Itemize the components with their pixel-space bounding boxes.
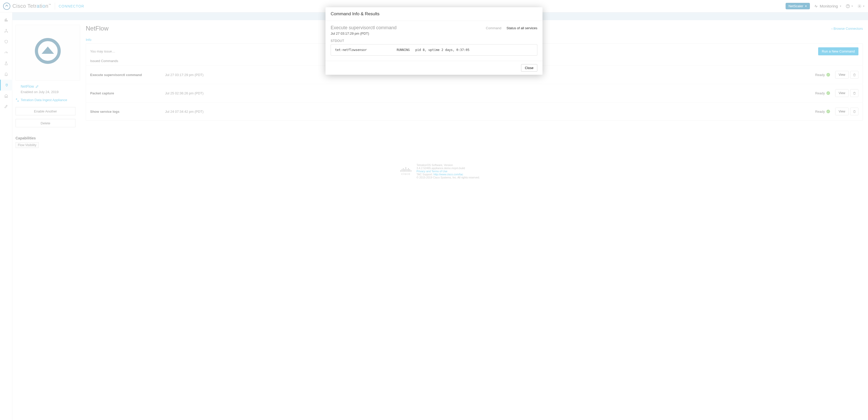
- command-results-modal: Command Info & Results Execute superviso…: [326, 7, 542, 75]
- modal-command-title: Execute supervisorctl command: [331, 25, 397, 30]
- close-button[interactable]: Close: [521, 64, 537, 72]
- stdout-label: STDOUT: [331, 39, 537, 43]
- modal-command-label: Command: [486, 26, 501, 30]
- modal-timestamp: Jul 27 03:17:29 pm (PDT): [331, 32, 397, 35]
- modal-command-value: Status of all services: [506, 26, 537, 30]
- modal-title: Command Info & Results: [326, 7, 542, 21]
- stdout-output: tet-netflowsensor RUNNING pid 8, uptime …: [331, 44, 537, 56]
- modal-backdrop[interactable]: Command Info & Results Execute superviso…: [0, 0, 868, 420]
